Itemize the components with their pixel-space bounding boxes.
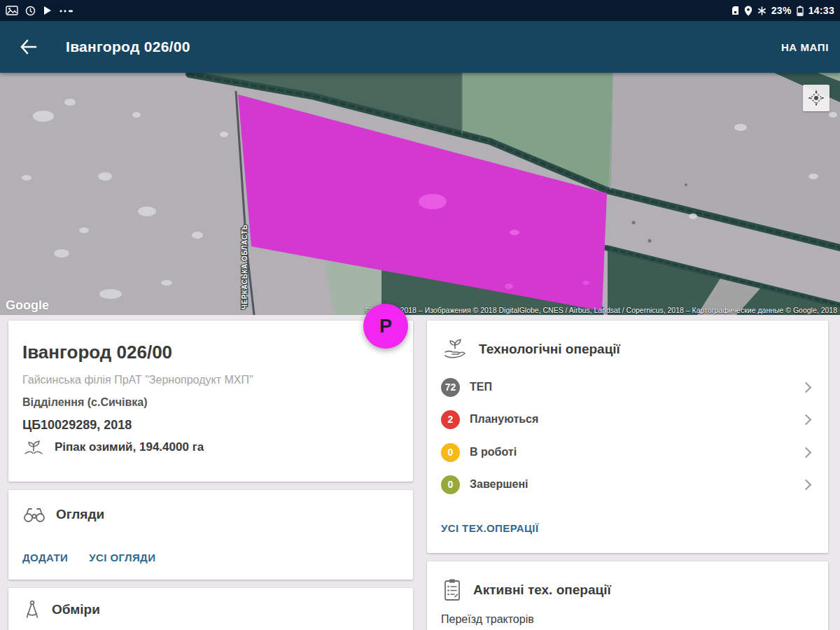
field-title: Івангород 026/00 [22, 342, 172, 363]
count-badge: 0 [441, 475, 460, 494]
field-crop: Ріпак озимий, 194.4000 га [55, 440, 204, 454]
map-attribution: © Google, 2018 – Изображения © 2018 Digi… [365, 306, 837, 314]
field-department: Відділення (с.Сичівка) [22, 396, 148, 409]
all-tech-ops-button[interactable]: УСІ ТЕХ.ОПЕРАЦІЇ [441, 522, 538, 534]
screenshot-icon [6, 6, 18, 15]
fab-label: Р [379, 316, 392, 337]
row-label: ТЕП [470, 381, 492, 393]
clock: 14:33 [808, 5, 834, 16]
hand-sprout-icon [441, 337, 469, 361]
row-label: Завершені [470, 478, 528, 491]
active-ops-title: Активні тех. операції [473, 582, 611, 598]
chevron-right-icon [801, 414, 812, 425]
binoculars-icon [22, 507, 46, 522]
more-notifications-icon [59, 8, 74, 13]
tech-ops-title: Технологічні операції [479, 342, 620, 357]
location-pin-icon [744, 6, 752, 16]
measurements-card: Обміри [8, 588, 413, 630]
field-crop-row: Ріпак озимий, 194.4000 га [22, 438, 204, 456]
chevron-right-icon [801, 447, 812, 458]
count-badge: 0 [441, 443, 460, 462]
field-code: ЦБ10029289, 2018 [22, 418, 132, 433]
tech-ops-row-tep[interactable]: 72 ТЕП [441, 375, 814, 399]
active-ops-card: Активні тех. операції Переїзд тракторів [427, 561, 828, 630]
page-title: Івангород 026/00 [66, 38, 190, 55]
sd-card-icon [732, 6, 739, 15]
alerts-icon [757, 6, 766, 15]
map-canvas[interactable]: ЧЕРКАСЬКА ОБЛАСТЬ Google © Google, 2018 … [0, 73, 840, 315]
tech-ops-row-finished[interactable]: 0 Завершені [441, 472, 814, 496]
battery-percent: 23% [771, 5, 792, 16]
inspections-card: Огляди ДОДАТИ УСІ ОГЛЯДИ [8, 490, 413, 580]
media-play-icon [43, 6, 52, 15]
measure-compass-icon [22, 599, 42, 620]
fab-button[interactable]: Р [363, 304, 408, 349]
measurements-title: Обміри [52, 602, 100, 617]
count-badge: 72 [441, 378, 460, 397]
google-logo: Google [6, 298, 49, 312]
circle-notification-icon [25, 6, 36, 16]
my-location-button[interactable] [803, 85, 830, 111]
field-info-card: Івангород 026/00 Гайсинська філія ПрАТ "… [8, 321, 413, 482]
chevron-right-icon [801, 479, 812, 490]
tech-ops-row-planned[interactable]: 2 Плануються [441, 407, 814, 431]
region-label: ЧЕРКАСЬКА ОБЛАСТЬ [241, 225, 248, 309]
battery-icon [797, 6, 804, 16]
row-label: Плануються [470, 413, 538, 426]
count-badge: 2 [441, 410, 460, 429]
inspections-header: Огляди [22, 507, 104, 522]
inspections-actions: ДОДАТИ УСІ ОГЛЯДИ [22, 552, 155, 564]
app-bar: Івангород 026/00 НА МАПІ [0, 21, 840, 73]
tech-ops-row-inprogress[interactable]: 0 В роботі [441, 440, 814, 464]
active-op-item[interactable]: Переїзд тракторів [441, 613, 534, 626]
clipboard-list-icon [441, 578, 463, 602]
tech-ops-header: Технологічні операції [441, 337, 620, 361]
row-label: В роботі [470, 446, 517, 458]
add-inspection-button[interactable]: ДОДАТИ [22, 552, 68, 564]
chevron-right-icon [801, 382, 812, 393]
back-arrow-icon[interactable] [18, 36, 39, 57]
status-bar-notifications [0, 6, 74, 16]
field-company: Гайсинська філія ПрАТ "Зернопродукт МХП" [22, 374, 253, 386]
tech-ops-card: Технологічні операції 72 ТЕП 2 Плануютьс… [427, 321, 828, 553]
on-map-button[interactable]: НА МАПІ [781, 41, 829, 53]
status-bar: 23% 14:33 [0, 0, 840, 21]
status-bar-system: 23% 14:33 [732, 5, 840, 16]
active-ops-header: Активні тех. операції [441, 578, 611, 602]
measurements-header: Обміри [22, 599, 100, 620]
my-location-icon [808, 90, 825, 106]
crop-sprout-icon [22, 438, 45, 456]
all-inspections-button[interactable]: УСІ ОГЛЯДИ [89, 552, 155, 564]
inspections-title: Огляди [56, 507, 104, 522]
